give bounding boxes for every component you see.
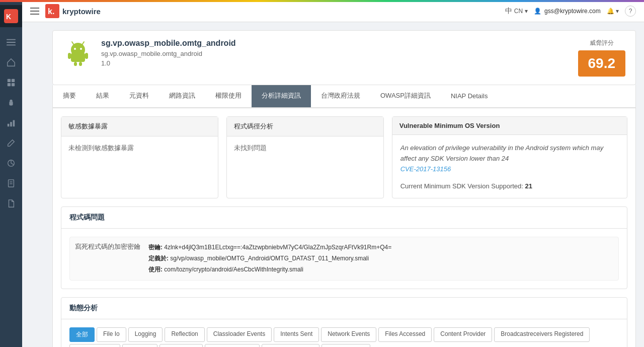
sdk-label: Current Minimum SDK Version Supported: bbox=[400, 182, 523, 190]
code-path-header: 程式碼徑分析 bbox=[227, 117, 383, 136]
vuln-header: Vulnerable Minimum OS Version bbox=[392, 117, 627, 135]
tab-owasp詳細資訊[interactable]: OWASP詳細資訊 bbox=[370, 85, 441, 107]
svg-rect-5 bbox=[8, 79, 11, 82]
sidebar-item-reports[interactable] bbox=[0, 173, 22, 193]
tabs-container: 摘要結果元資料網路資訊權限使用分析詳細資訊台灣政府法規OWASP詳細資訊NIAP… bbox=[52, 85, 636, 108]
tab-niap-details[interactable]: NIAP Details bbox=[441, 86, 498, 107]
code-path-body: 未找到問題 bbox=[227, 136, 383, 160]
svg-rect-2 bbox=[7, 39, 16, 40]
svg-rect-13 bbox=[13, 120, 15, 127]
sidebar-item-edit[interactable] bbox=[0, 133, 22, 153]
filter-tab-classloader-events[interactable]: Classloader Events bbox=[207, 327, 272, 342]
filter-tabs: 全部File IoLoggingReflectionClassloader Ev… bbox=[69, 327, 619, 347]
svg-point-10 bbox=[12, 103, 13, 104]
filter-tab-全部[interactable]: 全部 bbox=[69, 327, 95, 342]
vuln-description: An elevation of privilege vulnerability … bbox=[400, 143, 619, 174]
svg-line-30 bbox=[82, 42, 84, 45]
dynamic-analysis-header: 動態分析 bbox=[61, 298, 627, 319]
filter-tab-libraries-loaded[interactable]: Libraries Loaded bbox=[262, 344, 319, 347]
tab-分析詳細資訊[interactable]: 分析詳細資訊 bbox=[252, 85, 311, 107]
navbar: k. kryptowire 中 CN ▾ 👤 gss@kryptowire.co… bbox=[22, 0, 644, 22]
app-package-name: sg.vp.owasp_mobile.omtg_android bbox=[101, 39, 236, 48]
notification-bell[interactable]: 🔔 ▾ bbox=[607, 8, 619, 15]
cipher-line: 密鑰: 4zlnk+d4jlQ3m1B1ELctxg==:4aZtzwpbnie… bbox=[148, 242, 391, 253]
filter-tab-intents-created[interactable]: Intents Created bbox=[205, 344, 259, 347]
svg-rect-27 bbox=[74, 62, 77, 66]
filter-tab-files-accessed[interactable]: Files Accessed bbox=[378, 327, 432, 342]
app-info: sg.vp.owasp_mobile.omtg_android sg.vp.ow… bbox=[63, 39, 236, 69]
svg-rect-25 bbox=[68, 53, 71, 59]
tab-台灣政府法規[interactable]: 台灣政府法規 bbox=[311, 85, 370, 107]
app-details: sg.vp.owasp_mobile.omtg_android sg.vp.ow… bbox=[101, 39, 236, 67]
filter-tab-broadcastreceivers-registered[interactable]: Broadcastreceivers Registered bbox=[494, 327, 590, 342]
sidebar-item-dashboard[interactable] bbox=[0, 52, 22, 73]
svg-text:K: K bbox=[6, 13, 11, 21]
hamburger-menu[interactable] bbox=[30, 8, 39, 15]
svg-rect-8 bbox=[12, 83, 15, 86]
filter-tab-logging[interactable]: Logging bbox=[128, 327, 163, 342]
filter-tab-content-provider[interactable]: Content Provider bbox=[434, 327, 492, 342]
dynamic-analysis-section: 動態分析 全部File IoLoggingReflectionClassload… bbox=[61, 297, 627, 347]
tab-結果[interactable]: 結果 bbox=[86, 85, 119, 107]
cipher-value: 4zlnk+d4jlQ3m1B1ELctxg==:4aZtzwpbniebvM7… bbox=[164, 244, 391, 251]
sidebar-item-chart[interactable] bbox=[0, 153, 22, 173]
svg-rect-3 bbox=[7, 42, 16, 43]
svg-text:k.: k. bbox=[48, 7, 54, 16]
code-issue-row: 寫死程式碼的加密密鑰 密鑰: 4zlnk+d4jlQ3m1B1ELctxg==:… bbox=[69, 237, 619, 281]
sidebar-item-analytics[interactable] bbox=[0, 113, 22, 133]
sdk-info: Current Minimum SDK Version Supported: 2… bbox=[400, 182, 619, 190]
cve-link[interactable]: CVE-2017-13156 bbox=[400, 165, 451, 173]
tab-摘要[interactable]: 摘要 bbox=[53, 85, 86, 107]
used-label: 使用: bbox=[148, 266, 163, 273]
sidebar: K bbox=[0, 0, 22, 347]
code-issue-label: 寫死程式碼的加密密鑰 bbox=[75, 242, 140, 275]
filter-tab-credentials[interactable]: Credentials bbox=[159, 344, 203, 347]
svg-rect-11 bbox=[8, 124, 10, 126]
sidebar-logo[interactable]: K bbox=[0, 5, 22, 27]
filter-tab-reflection[interactable]: Reflection bbox=[165, 327, 204, 342]
cipher-label: 密鑰: bbox=[148, 244, 163, 251]
code-issue-details: 密鑰: 4zlnk+d4jlQ3m1B1ELctxg==:4aZtzwpbnie… bbox=[148, 242, 391, 275]
language-selector[interactable]: 中 CN ▾ bbox=[505, 7, 528, 16]
sidebar-item-android[interactable] bbox=[0, 93, 22, 113]
filter-tab-network-events[interactable]: Network Events bbox=[321, 327, 376, 342]
filter-tab-file-io[interactable]: File Io bbox=[97, 327, 126, 342]
tab-網路資訊[interactable]: 網路資訊 bbox=[159, 85, 205, 107]
code-issues-section: 程式碼問題 寫死程式碼的加密密鑰 密鑰: 4zlnk+d4jlQ3m1B1ELc… bbox=[61, 206, 627, 289]
svg-line-29 bbox=[72, 42, 74, 45]
filter-tab-process[interactable]: Process bbox=[122, 344, 157, 347]
sensitive-data-body: 未檢測到敏感數據暴露 bbox=[61, 136, 218, 160]
filter-tab-crypto-events[interactable]: Crypto Events bbox=[69, 344, 120, 347]
app-version: 1.0 bbox=[101, 59, 236, 67]
panels-row: 敏感數據暴露 未檢測到敏感數據暴露 程式碼徑分析 未找到問題 Vulnerabl… bbox=[61, 116, 627, 198]
kryptowire-logo: k. kryptowire bbox=[45, 4, 111, 18]
sidebar-item-menu[interactable] bbox=[0, 32, 22, 52]
language-icon: 中 bbox=[505, 7, 512, 16]
tabs: 摘要結果元資料網路資訊權限使用分析詳細資訊台灣政府法規OWASP詳細資訊NIAP… bbox=[53, 85, 635, 108]
tab-元資料[interactable]: 元資料 bbox=[119, 85, 159, 107]
svg-rect-6 bbox=[12, 79, 15, 82]
defined-value: sg/vp/owasp_mobile/OMTG_Android/OMTG_DAT… bbox=[170, 255, 369, 262]
svg-point-9 bbox=[10, 103, 11, 104]
sidebar-item-apps[interactable] bbox=[0, 73, 22, 93]
user-info: 👤 gss@kryptowire.com bbox=[534, 8, 601, 15]
top-color-bar bbox=[0, 0, 644, 2]
sdk-value: 21 bbox=[525, 182, 532, 190]
bell-icon: 🔔 bbox=[607, 8, 614, 15]
tab-權限使用[interactable]: 權限使用 bbox=[205, 85, 252, 107]
svg-rect-26 bbox=[85, 53, 88, 59]
sidebar-item-docs[interactable] bbox=[0, 193, 22, 214]
threat-score-block: 威脅評分 69.2 bbox=[578, 39, 626, 77]
filter-tab-files-created[interactable]: Files Created bbox=[321, 344, 370, 347]
navbar-left: k. kryptowire bbox=[30, 4, 111, 18]
language-label: CN bbox=[514, 8, 523, 15]
code-path-panel: 程式碼徑分析 未找到問題 bbox=[226, 116, 384, 198]
user-email: gss@kryptowire.com bbox=[544, 8, 601, 15]
vuln-panel: Vulnerable Minimum OS Version An elevati… bbox=[392, 116, 627, 198]
bell-dropdown: ▾ bbox=[616, 8, 619, 15]
app-icon bbox=[63, 39, 93, 69]
help-button[interactable]: ? bbox=[625, 6, 636, 17]
threat-score-value: 69.2 bbox=[578, 50, 626, 77]
svg-rect-4 bbox=[7, 45, 16, 46]
filter-tab-intents-sent[interactable]: Intents Sent bbox=[274, 327, 319, 342]
